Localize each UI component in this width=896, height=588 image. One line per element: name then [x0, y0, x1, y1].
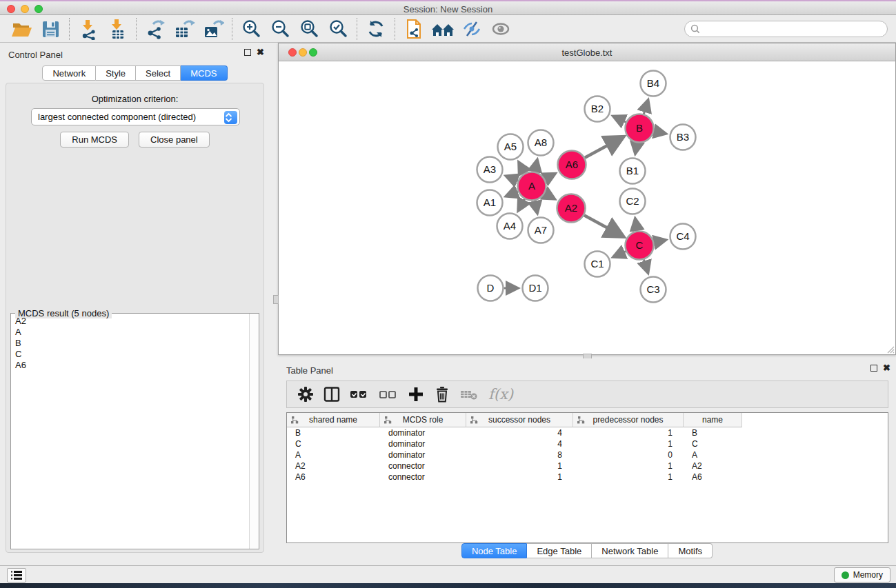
edge-C-C4[interactable]: [654, 240, 666, 243]
export-table-icon[interactable]: [170, 17, 199, 41]
cell-shared-name[interactable]: A: [287, 449, 380, 460]
result-item[interactable]: A: [15, 327, 248, 338]
tab-network-table[interactable]: Network Table: [592, 543, 668, 558]
edge-B-B3[interactable]: [654, 131, 666, 134]
cell-shared-name[interactable]: A6: [287, 472, 380, 483]
column-header-predecessor-nodes[interactable]: predecessor nodes: [573, 413, 684, 427]
result-item[interactable]: A2: [15, 316, 248, 327]
cell-shared-name[interactable]: C: [287, 438, 380, 449]
memory-button[interactable]: Memory: [834, 567, 890, 582]
delete-table-icon[interactable]: [459, 385, 480, 403]
node-B2[interactable]: B2: [585, 97, 610, 122]
cell-successor-nodes[interactable]: 8: [466, 449, 573, 460]
cell-successor-nodes[interactable]: 1: [466, 472, 573, 483]
cell-shared-name[interactable]: B: [287, 427, 380, 438]
tab-mcds[interactable]: MCDS: [181, 65, 227, 81]
select-all-checks-icon[interactable]: [349, 385, 370, 403]
edge-C-C2[interactable]: [635, 219, 637, 231]
gear-icon[interactable]: [297, 385, 315, 403]
node-B3[interactable]: B3: [670, 125, 696, 150]
node-A4[interactable]: A4: [497, 214, 523, 239]
home-icon[interactable]: [428, 17, 457, 41]
add-column-icon[interactable]: [407, 385, 425, 403]
result-item[interactable]: C: [15, 349, 248, 360]
zoom-fit-icon[interactable]: [295, 17, 323, 41]
result-item[interactable]: B: [15, 338, 248, 349]
node-table[interactable]: shared nameMCDS rolesuccessor nodesprede…: [286, 412, 888, 543]
column-header-shared-name[interactable]: shared name: [287, 413, 380, 427]
node-A6[interactable]: A6: [558, 151, 586, 179]
cell-predecessor-nodes[interactable]: 1: [573, 460, 684, 472]
column-header-MCDS-role[interactable]: MCDS role: [380, 413, 466, 427]
float-table-panel-icon[interactable]: [870, 365, 877, 372]
close-table-panel-icon[interactable]: ✖: [883, 365, 890, 372]
close-panel-icon[interactable]: ✖: [257, 49, 264, 56]
edge-A-A4[interactable]: [518, 199, 524, 211]
edge-B-B4[interactable]: [644, 100, 648, 114]
table-row[interactable]: A2connector11A2: [287, 460, 888, 472]
cell-name[interactable]: A6: [684, 472, 742, 483]
cell-predecessor-nodes[interactable]: 1: [573, 427, 684, 438]
table-row[interactable]: Bdominator41B: [287, 427, 888, 438]
export-network-icon[interactable]: [141, 17, 170, 41]
apply-layout-refresh-icon[interactable]: [361, 17, 390, 41]
deselect-checks-icon[interactable]: [378, 385, 399, 403]
result-scrollbar[interactable]: [249, 314, 259, 549]
cell-MCDS-role[interactable]: connector: [380, 460, 466, 472]
tab-select[interactable]: Select: [136, 65, 181, 81]
cell-successor-nodes[interactable]: 4: [466, 427, 573, 438]
cell-predecessor-nodes[interactable]: 0: [573, 449, 684, 460]
cell-name[interactable]: C: [684, 438, 742, 449]
edge-B-B2[interactable]: [613, 116, 626, 122]
columns-icon[interactable]: [323, 385, 341, 403]
edge-A-A2[interactable]: [545, 194, 555, 199]
cell-predecessor-nodes[interactable]: 1: [573, 438, 684, 449]
left-splitter-handle[interactable]: [273, 295, 279, 304]
edge-C-C3[interactable]: [644, 260, 648, 273]
float-panel-icon[interactable]: [244, 49, 251, 56]
zoom-out-icon[interactable]: [266, 17, 295, 41]
column-header-name[interactable]: name: [684, 413, 742, 427]
tab-style[interactable]: Style: [96, 65, 136, 81]
edge-A-A5[interactable]: [519, 162, 525, 173]
edge-A6-B[interactable]: [585, 137, 623, 158]
edge-C-C1[interactable]: [613, 252, 626, 257]
node-B4[interactable]: B4: [641, 71, 666, 97]
table-row[interactable]: Adominator80A: [287, 449, 888, 460]
cell-MCDS-role[interactable]: dominator: [380, 449, 466, 460]
search-field[interactable]: [684, 21, 888, 37]
mcds-result-list[interactable]: A2ABCA6: [12, 316, 248, 548]
node-A3[interactable]: A3: [477, 157, 503, 183]
close-panel-button[interactable]: Close panel: [139, 132, 210, 148]
cell-name[interactable]: A2: [684, 460, 742, 472]
edge-A2-C[interactable]: [584, 215, 623, 236]
result-item[interactable]: A6: [15, 360, 248, 371]
node-A2[interactable]: A2: [557, 194, 586, 223]
tab-edge-table[interactable]: Edge Table: [527, 543, 592, 558]
table-row[interactable]: A6connector11A6: [287, 472, 888, 483]
table-row[interactable]: Cdominator41C: [287, 438, 888, 449]
node-B1[interactable]: B1: [620, 159, 646, 184]
node-A8[interactable]: A8: [528, 130, 554, 156]
delete-column-icon[interactable]: [433, 385, 451, 403]
hide-toggle-icon[interactable]: [457, 17, 486, 41]
cell-successor-nodes[interactable]: 1: [466, 460, 573, 472]
column-header-successor-nodes[interactable]: successor nodes: [466, 413, 573, 427]
cell-predecessor-nodes[interactable]: 1: [573, 472, 684, 483]
network-window-titlebar[interactable]: testGlobe.txt: [279, 43, 895, 61]
open-folder-icon[interactable]: [7, 17, 36, 41]
import-table-icon[interactable]: [103, 17, 132, 41]
edge-A-A3[interactable]: [506, 176, 518, 181]
function-builder-icon[interactable]: f(x): [488, 386, 513, 403]
node-C4[interactable]: C4: [670, 224, 696, 250]
show-details-eye-icon[interactable]: [486, 17, 515, 41]
cell-MCDS-role[interactable]: dominator: [380, 427, 466, 438]
node-D1[interactable]: D1: [523, 276, 548, 301]
node-C3[interactable]: C3: [641, 277, 666, 303]
cell-shared-name[interactable]: A2: [287, 460, 380, 472]
node-A[interactable]: A: [518, 172, 546, 201]
tab-node-table[interactable]: Node Table: [461, 543, 528, 558]
edge-A-A6[interactable]: [545, 174, 555, 179]
node-C2[interactable]: C2: [620, 189, 646, 214]
edge-A-A7[interactable]: [535, 201, 537, 213]
